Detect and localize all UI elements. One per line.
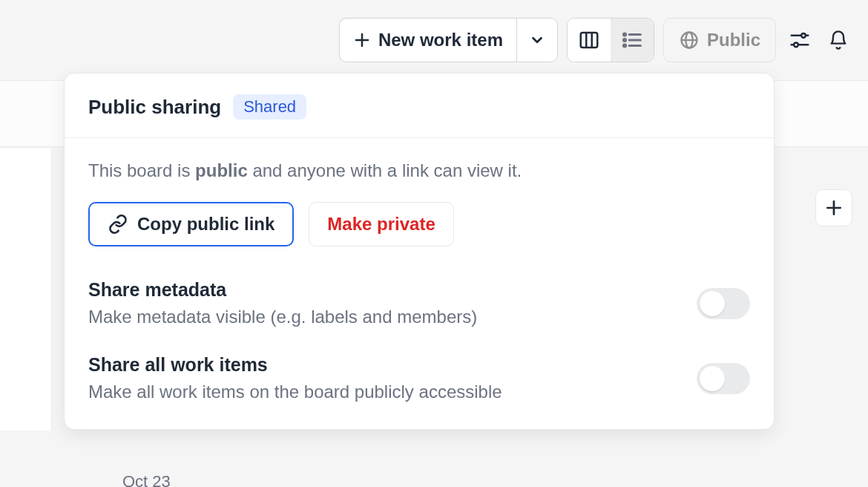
new-work-item-button[interactable]: New work item xyxy=(339,18,516,62)
public-sharing-popover: Public sharing Shared This board is publ… xyxy=(64,73,775,430)
list-view-button[interactable] xyxy=(611,19,654,62)
share-all-items-toggle[interactable] xyxy=(697,363,750,394)
bg-column xyxy=(0,148,52,431)
toggle-knob xyxy=(700,366,725,391)
add-button[interactable] xyxy=(815,189,852,226)
sharing-actions: Copy public link Make private xyxy=(88,202,750,246)
svg-point-9 xyxy=(623,45,625,47)
share-all-items-desc: Make all work items on the board publicl… xyxy=(88,382,502,402)
svg-point-5 xyxy=(623,33,625,36)
toolbar: New work item Public xyxy=(0,0,868,70)
filter-settings-button[interactable] xyxy=(785,25,815,55)
bell-icon xyxy=(828,30,849,50)
share-metadata-toggle[interactable] xyxy=(697,288,750,319)
view-toggle xyxy=(567,18,654,62)
status-prefix: This board is xyxy=(88,160,195,180)
share-metadata-option: Share metadata Make metadata visible (e.… xyxy=(88,279,750,327)
share-metadata-title: Share metadata xyxy=(88,279,477,301)
share-metadata-desc: Make metadata visible (e.g. labels and m… xyxy=(88,307,477,327)
make-private-label: Make private xyxy=(327,214,435,235)
copy-public-link-button[interactable]: Copy public link xyxy=(88,202,294,246)
svg-rect-2 xyxy=(581,33,598,48)
popover-body: This board is public and anyone with a l… xyxy=(65,138,774,429)
new-work-item-label: New work item xyxy=(378,30,503,50)
status-suffix: and anyone with a link can view it. xyxy=(248,160,522,180)
option-text: Share all work items Make all work items… xyxy=(88,354,502,402)
make-private-button[interactable]: Make private xyxy=(309,202,453,246)
option-text: Share metadata Make metadata visible (e.… xyxy=(88,279,477,327)
sliders-icon xyxy=(789,29,811,51)
copy-public-link-label: Copy public link xyxy=(137,214,274,235)
shared-badge: Shared xyxy=(233,94,306,120)
svg-point-15 xyxy=(801,33,806,38)
notifications-button[interactable] xyxy=(823,25,853,55)
new-work-item-dropdown[interactable] xyxy=(516,18,558,62)
share-all-items-option: Share all work items Make all work items… xyxy=(88,354,750,402)
svg-point-17 xyxy=(794,42,798,47)
list-icon xyxy=(621,29,643,51)
popover-title: Public sharing xyxy=(88,96,221,119)
share-all-items-title: Share all work items xyxy=(88,354,502,376)
plus-icon xyxy=(824,198,844,218)
plus-icon xyxy=(353,31,371,49)
toggle-knob xyxy=(700,291,725,316)
link-icon xyxy=(108,214,128,235)
board-view-button[interactable] xyxy=(568,19,611,62)
new-work-item-group: New work item xyxy=(339,18,558,62)
public-visibility-button[interactable]: Public xyxy=(663,18,776,62)
svg-point-7 xyxy=(623,39,625,42)
status-strong: public xyxy=(195,160,248,180)
chevron-down-icon xyxy=(529,32,545,48)
public-visibility-label: Public xyxy=(707,30,760,50)
sharing-status-text: This board is public and anyone with a l… xyxy=(88,160,750,181)
popover-header: Public sharing Shared xyxy=(65,73,774,138)
date-label: Oct 23 xyxy=(122,472,171,487)
columns-icon xyxy=(578,29,600,51)
globe-icon xyxy=(679,30,700,50)
